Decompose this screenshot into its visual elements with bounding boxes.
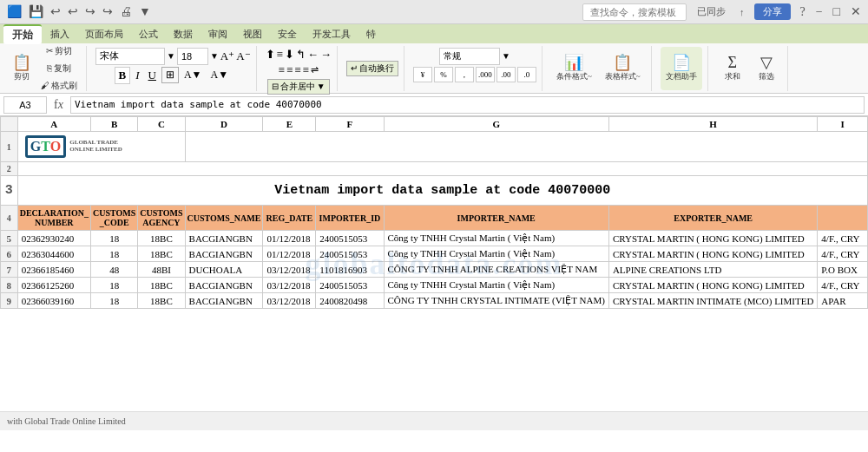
cell-expname-4[interactable]: CRYSTAL MARTIN ( HONG KONG) LIMITED bbox=[608, 278, 817, 293]
cell-expname-5[interactable]: CRYSTAL MARTIN INTIMATE (MCO) LIMITED bbox=[608, 293, 817, 309]
help-icon[interactable]: ? bbox=[798, 3, 806, 21]
cell-agency-3[interactable]: 48BI bbox=[138, 262, 185, 278]
maximize-icon[interactable]: □ bbox=[832, 3, 842, 21]
cell-impid-3[interactable]: 1101816903 bbox=[316, 262, 384, 278]
cell-decl-3[interactable]: 02366185460 bbox=[17, 262, 90, 278]
font-size-input[interactable] bbox=[177, 48, 208, 65]
table-style-button[interactable]: 📋 表格样式~ bbox=[600, 47, 646, 90]
cell-agency-2[interactable]: 18BC bbox=[138, 246, 185, 262]
tab-data[interactable]: 数据 bbox=[167, 26, 200, 43]
cell-impname-1[interactable]: Công ty TNHH Crystal Martin ( Việt Nam) bbox=[384, 231, 608, 246]
col-header-A[interactable]: A bbox=[17, 117, 90, 132]
col-header-E[interactable]: E bbox=[263, 117, 316, 132]
font-name-input[interactable] bbox=[95, 48, 165, 65]
cell-impid-5[interactable]: 2400820498 bbox=[316, 293, 384, 309]
align-left-icon[interactable]: ≡ bbox=[279, 63, 285, 77]
cell-decl-2[interactable]: 02363044600 bbox=[17, 246, 90, 262]
tab-security[interactable]: 安全 bbox=[271, 26, 304, 43]
cell-expname-3[interactable]: ALPINE CREATIONS LTD bbox=[608, 262, 817, 278]
cell-impname-2[interactable]: Công ty TNHH Crystal Martin ( Việt Nam) bbox=[384, 246, 608, 262]
cell-cname-5[interactable]: BACGIANGBN bbox=[185, 293, 263, 309]
cell-regdate-4[interactable]: 03/12/2018 bbox=[263, 278, 316, 293]
doc-assist-button[interactable]: 📄 文档助手 bbox=[661, 47, 702, 90]
tab-formula[interactable]: 公式 bbox=[132, 26, 165, 43]
format-brush-button[interactable]: 🖌 格式刷 bbox=[37, 78, 81, 94]
tab-developer[interactable]: 开发工具 bbox=[306, 26, 358, 43]
bold-button[interactable]: B bbox=[115, 67, 131, 84]
cell-agency-1[interactable]: 18BC bbox=[138, 231, 185, 246]
align-distribute-icon[interactable]: ⇌ bbox=[311, 64, 319, 75]
align-bottom-icon[interactable]: ⬇ bbox=[285, 48, 294, 62]
cut-button[interactable]: ✂ 剪切 bbox=[37, 43, 81, 59]
cell-extra-4[interactable]: 4/F., CRY bbox=[818, 278, 868, 293]
col-header-D[interactable]: D bbox=[185, 117, 263, 132]
formula-input[interactable] bbox=[70, 96, 865, 114]
cell-impid-4[interactable]: 2400515053 bbox=[316, 278, 384, 293]
minimize-icon[interactable]: − bbox=[814, 3, 825, 21]
share-action[interactable]: ↑ bbox=[736, 5, 748, 19]
border-button[interactable]: ⊞ bbox=[161, 67, 179, 83]
indent-decrease-icon[interactable]: ← bbox=[307, 48, 319, 62]
search-input[interactable] bbox=[582, 3, 687, 21]
font-size-dropdown-icon[interactable]: ▼ bbox=[210, 51, 219, 61]
cell-agency-4[interactable]: 18BC bbox=[138, 278, 185, 293]
decimal-000-button[interactable]: .000 bbox=[476, 67, 495, 82]
cell-extra-2[interactable]: 4/F., CRY bbox=[818, 246, 868, 262]
cell-agency-5[interactable]: 18BC bbox=[138, 293, 185, 309]
redo-icon[interactable]: ↪ bbox=[83, 3, 97, 21]
currency-button[interactable]: ¥ bbox=[413, 67, 432, 82]
font-color-button[interactable]: A▼ bbox=[207, 68, 233, 82]
num-format-input[interactable] bbox=[439, 48, 500, 65]
align-top-icon[interactable]: ⬆ bbox=[266, 48, 275, 62]
tab-view[interactable]: 视图 bbox=[236, 26, 269, 43]
close-icon[interactable]: ✕ bbox=[849, 3, 863, 21]
cell-impname-3[interactable]: CÔNG TY TNHH ALPINE CREATIONS VIỆT NAM bbox=[384, 262, 608, 278]
merge-center-button[interactable]: ⊟ 合并居中 ▼ bbox=[267, 79, 330, 95]
cell-expname-1[interactable]: CRYSTAL MARTIN ( HONG KONG) LIMITED bbox=[608, 231, 817, 246]
text-rotate-icon[interactable]: ↰ bbox=[296, 48, 306, 62]
font-size-decrease-icon[interactable]: A⁻ bbox=[236, 49, 250, 63]
font-size-increase-icon[interactable]: A⁺ bbox=[220, 49, 234, 63]
cell-extra-1[interactable]: 4/F., CRY bbox=[818, 231, 868, 246]
col-header-I[interactable]: I bbox=[818, 117, 868, 132]
cell-reference-input[interactable] bbox=[3, 96, 47, 114]
tab-review[interactable]: 审阅 bbox=[201, 26, 234, 43]
cell-code-3[interactable]: 48 bbox=[90, 262, 137, 278]
cell-cname-1[interactable]: BACGIANGBN bbox=[185, 231, 263, 246]
cell-cname-4[interactable]: BACGIANGBN bbox=[185, 278, 263, 293]
share-button[interactable]: 分享 bbox=[754, 3, 791, 20]
cell-regdate-3[interactable]: 03/12/2018 bbox=[263, 262, 316, 278]
paste-button[interactable]: 📋 剪切 bbox=[9, 53, 35, 84]
cell-decl-5[interactable]: 02366039160 bbox=[17, 293, 90, 309]
fill-color-button[interactable]: A▼ bbox=[181, 68, 206, 82]
cell-impid-1[interactable]: 2400515053 bbox=[316, 231, 384, 246]
redo2-icon[interactable]: ↪ bbox=[101, 3, 115, 21]
tab-insert[interactable]: 插入 bbox=[43, 26, 76, 43]
comma-button[interactable]: , bbox=[455, 67, 474, 82]
cell-code-1[interactable]: 18 bbox=[90, 231, 137, 246]
cond-format-button[interactable]: 📊 条件格式~ bbox=[551, 47, 597, 90]
more-icon[interactable]: ▼ bbox=[137, 3, 153, 21]
increase-decimal-button[interactable]: .00 bbox=[496, 67, 516, 82]
wrap-button[interactable]: ↵ 自动换行 bbox=[346, 61, 398, 76]
num-format-dropdown-icon[interactable]: ▼ bbox=[502, 51, 510, 61]
cell-impname-4[interactable]: Công ty TNHH Crystal Martin ( Việt Nam) bbox=[384, 278, 608, 293]
col-header-G[interactable]: G bbox=[384, 117, 608, 132]
tab-special[interactable]: 特 bbox=[359, 26, 383, 43]
decrease-decimal-button[interactable]: .0 bbox=[517, 67, 536, 82]
cell-impid-2[interactable]: 2400515053 bbox=[316, 246, 384, 262]
cell-expname-2[interactable]: CRYSTAL MARTIN ( HONG KONG) LIMITED bbox=[608, 246, 817, 262]
cell-decl-4[interactable]: 02366125260 bbox=[17, 278, 90, 293]
font-name-dropdown-icon[interactable]: ▼ bbox=[167, 51, 175, 61]
percent-button[interactable]: % bbox=[434, 67, 453, 82]
cell-impname-5[interactable]: CÔNG TY TNHH CRYSTAL INTIMATE (VIỆT NAM) bbox=[384, 293, 608, 309]
cell-decl-1[interactable]: 02362930240 bbox=[17, 231, 90, 246]
cell-regdate-1[interactable]: 01/12/2018 bbox=[263, 231, 316, 246]
col-header-H[interactable]: H bbox=[608, 117, 817, 132]
cell-extra-5[interactable]: APAR bbox=[818, 293, 868, 309]
cell-extra-3[interactable]: P.O BOX bbox=[818, 262, 868, 278]
filter-button[interactable]: ▽ 筛选 bbox=[751, 47, 782, 90]
cell-regdate-2[interactable]: 01/12/2018 bbox=[263, 246, 316, 262]
align-right-icon[interactable]: ≡ bbox=[294, 63, 300, 77]
save-icon[interactable]: 💾 bbox=[27, 3, 45, 21]
